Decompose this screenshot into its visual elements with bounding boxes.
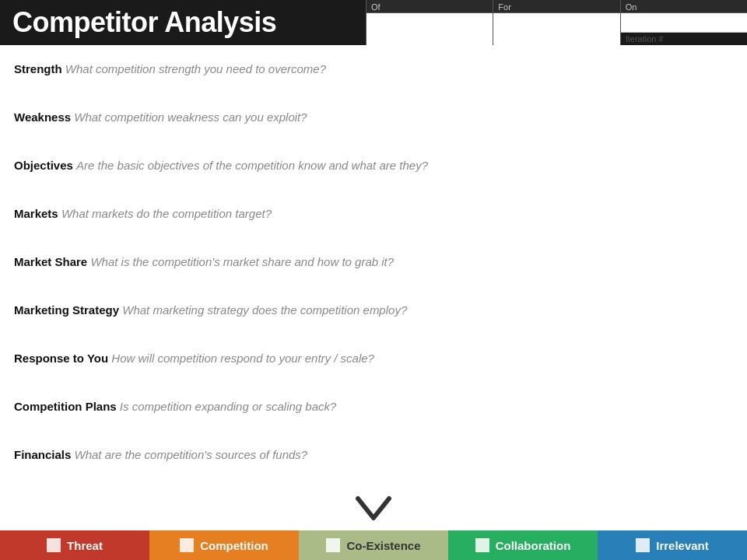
chevron-icon bbox=[354, 495, 393, 527]
on-label: On bbox=[621, 0, 747, 13]
section-text-1: Weakness What competition weakness can y… bbox=[14, 109, 307, 125]
threat-icon bbox=[47, 538, 61, 552]
section-response-to-you: Response to You How will competition res… bbox=[14, 341, 733, 389]
section-desc-2: Are the basic objectives of the competit… bbox=[76, 159, 428, 172]
section-text-3: Markets What markets do the competition … bbox=[14, 205, 272, 222]
section-label-0: Strength bbox=[14, 62, 65, 75]
page-header: Competitor Analysis Of For On Iteration … bbox=[0, 0, 747, 45]
section-marketing-strategy: Marketing Strategy What marketing strate… bbox=[14, 292, 733, 341]
legend-threat: Threat bbox=[0, 530, 149, 560]
collaboration-label: Collaboration bbox=[496, 539, 571, 552]
iteration-label: Iteration # bbox=[621, 32, 747, 45]
section-text-8: Financials What are the competition's so… bbox=[14, 446, 307, 463]
section-desc-7: Is competition expanding or scaling back… bbox=[120, 400, 337, 413]
section-strength: Strength What competition strength you n… bbox=[14, 51, 733, 100]
section-label-1: Weakness bbox=[14, 110, 74, 124]
section-label-7: Competition Plans bbox=[14, 400, 120, 413]
of-value[interactable] bbox=[366, 13, 493, 45]
competition-icon bbox=[180, 538, 194, 552]
section-text-6: Response to You How will competition res… bbox=[14, 350, 374, 366]
section-financials: Financials What are the competition's so… bbox=[14, 437, 733, 485]
section-weakness: Weakness What competition weakness can y… bbox=[14, 100, 733, 148]
section-text-0: Strength What competition strength you n… bbox=[14, 61, 326, 77]
footer-legend: Threat Competition Co-Existence Collabor… bbox=[0, 530, 747, 560]
section-label-5: Marketing Strategy bbox=[14, 303, 122, 317]
of-label: Of bbox=[366, 0, 493, 13]
irrelevant-label: Irrelevant bbox=[656, 539, 709, 552]
section-desc-8: What are the competition's sources of fu… bbox=[75, 448, 308, 461]
of-field: Of bbox=[366, 0, 493, 45]
header-meta-fields: Of For On Iteration # bbox=[366, 0, 747, 45]
section-desc-4: What is the competition's market share a… bbox=[90, 255, 394, 268]
section-desc-0: What competition strength you need to ov… bbox=[65, 62, 326, 75]
legend-competition: Competition bbox=[149, 530, 299, 560]
for-field: For bbox=[493, 0, 620, 45]
main-content: Strength What competition strength you n… bbox=[0, 45, 747, 492]
section-label-8: Financials bbox=[14, 448, 75, 461]
section-objectives: Objectives Are the basic objectives of t… bbox=[14, 148, 733, 196]
section-desc-3: What markets do the competition target? bbox=[61, 207, 272, 220]
for-label: For bbox=[493, 0, 619, 13]
irrelevant-icon bbox=[636, 538, 650, 552]
section-label-2: Objectives bbox=[14, 159, 76, 172]
competition-label: Competition bbox=[200, 539, 268, 552]
section-text-2: Objectives Are the basic objectives of t… bbox=[14, 157, 428, 173]
on-value[interactable] bbox=[621, 13, 747, 32]
section-label-4: Market Share bbox=[14, 255, 90, 268]
section-desc-5: What marketing strategy does the competi… bbox=[122, 303, 407, 317]
section-label-3: Markets bbox=[14, 207, 61, 220]
legend-coexistence: Co-Existence bbox=[299, 530, 448, 560]
section-markets: Markets What markets do the competition … bbox=[14, 196, 733, 244]
section-label-6: Response to You bbox=[14, 352, 111, 365]
section-text-7: Competition Plans Is competition expandi… bbox=[14, 398, 336, 415]
sections-list: Strength What competition strength you n… bbox=[14, 51, 733, 485]
legend-irrelevant: Irrelevant bbox=[598, 530, 747, 560]
section-text-5: Marketing Strategy What marketing strate… bbox=[14, 302, 407, 318]
section-market-share: Market Share What is the competition's m… bbox=[14, 244, 733, 292]
coexistence-icon bbox=[326, 538, 340, 552]
coexistence-label: Co-Existence bbox=[346, 539, 420, 552]
for-value[interactable] bbox=[493, 13, 619, 45]
page-title: Competitor Analysis bbox=[12, 6, 276, 39]
header-title-section: Competitor Analysis bbox=[0, 0, 366, 45]
section-desc-1: What competition weakness can you exploi… bbox=[74, 110, 307, 124]
collaboration-icon bbox=[475, 538, 489, 552]
section-competition-plans: Competition Plans Is competition expandi… bbox=[14, 389, 733, 437]
threat-label: Threat bbox=[67, 539, 103, 552]
section-text-4: Market Share What is the competition's m… bbox=[14, 254, 394, 270]
on-field: On Iteration # bbox=[621, 0, 747, 45]
section-desc-6: How will competition respond to your ent… bbox=[111, 352, 374, 365]
legend-collaboration: Collaboration bbox=[448, 530, 598, 560]
